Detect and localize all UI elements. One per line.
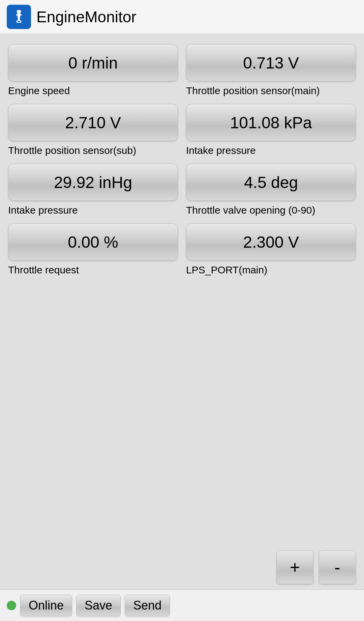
throttle-request-button[interactable]: 0.00 % xyxy=(8,223,178,261)
zoom-out-button[interactable]: - xyxy=(319,550,356,584)
app-header: EngineMonitor xyxy=(0,0,364,34)
intake-inhg-button[interactable]: 29.92 inHg xyxy=(8,164,178,201)
lps-port-button[interactable]: 2.300 V xyxy=(186,223,356,261)
throttle-valve-label: Throttle valve opening (0-90) xyxy=(186,204,356,217)
metric-cell-throttle-request: 0.00 % Throttle request xyxy=(8,223,178,276)
app-icon xyxy=(7,5,31,29)
throttle-main-value: 0.713 V xyxy=(243,54,299,72)
intake-inhg-label: Intake pressure xyxy=(8,204,178,217)
app-footer: Online Save Send xyxy=(0,590,364,621)
metrics-grid: 0 r/min Engine speed 0.713 V Throttle po… xyxy=(8,44,356,276)
intake-inhg-value: 29.92 inHg xyxy=(54,173,132,192)
send-button[interactable]: Send xyxy=(125,595,170,616)
app-title: EngineMonitor xyxy=(36,8,136,26)
engine-speed-label: Engine speed xyxy=(8,84,178,97)
throttle-request-label: Throttle request xyxy=(8,263,178,276)
lps-port-label: LPS_PORT(main) xyxy=(186,263,356,276)
throttle-sub-value: 2.710 V xyxy=(65,113,121,132)
throttle-sub-button[interactable]: 2.710 V xyxy=(8,104,178,141)
engine-speed-button[interactable]: 0 r/min xyxy=(8,44,178,81)
metric-cell-intake-kpa: 101.08 kPa Intake pressure xyxy=(186,104,356,157)
svg-rect-2 xyxy=(16,14,22,16)
main-content: 0 r/min Engine speed 0.713 V Throttle po… xyxy=(0,34,364,550)
metric-cell-throttle-sub: 2.710 V Throttle position sensor(sub) xyxy=(8,104,178,157)
lps-port-value: 2.300 V xyxy=(243,233,299,251)
throttle-sub-label: Throttle position sensor(sub) xyxy=(8,144,178,157)
save-button[interactable]: Save xyxy=(76,595,121,616)
zoom-in-button[interactable]: + xyxy=(276,550,313,584)
zoom-controls: + - xyxy=(0,550,364,590)
throttle-request-value: 0.00 % xyxy=(68,233,118,251)
intake-kpa-value: 101.08 kPa xyxy=(230,113,312,132)
metric-cell-intake-inhg: 29.92 inHg Intake pressure xyxy=(8,164,178,217)
svg-point-5 xyxy=(18,21,20,22)
engine-speed-value: 0 r/min xyxy=(68,54,118,72)
throttle-valve-button[interactable]: 4.5 deg xyxy=(186,164,356,201)
throttle-valve-value: 4.5 deg xyxy=(244,173,298,192)
online-button[interactable]: Online xyxy=(20,595,72,616)
metric-cell-engine-speed: 0 r/min Engine speed xyxy=(8,44,178,97)
metric-cell-throttle-main: 0.713 V Throttle position sensor(main) xyxy=(186,44,356,97)
throttle-main-button[interactable]: 0.713 V xyxy=(186,44,356,81)
metric-cell-throttle-valve: 4.5 deg Throttle valve opening (0-90) xyxy=(186,164,356,217)
metric-cell-lps-port: 2.300 V LPS_PORT(main) xyxy=(186,223,356,276)
intake-kpa-label: Intake pressure xyxy=(186,144,356,157)
intake-kpa-button[interactable]: 101.08 kPa xyxy=(186,104,356,141)
throttle-main-label: Throttle position sensor(main) xyxy=(186,84,356,97)
status-dot xyxy=(7,601,16,610)
svg-rect-0 xyxy=(17,10,21,13)
